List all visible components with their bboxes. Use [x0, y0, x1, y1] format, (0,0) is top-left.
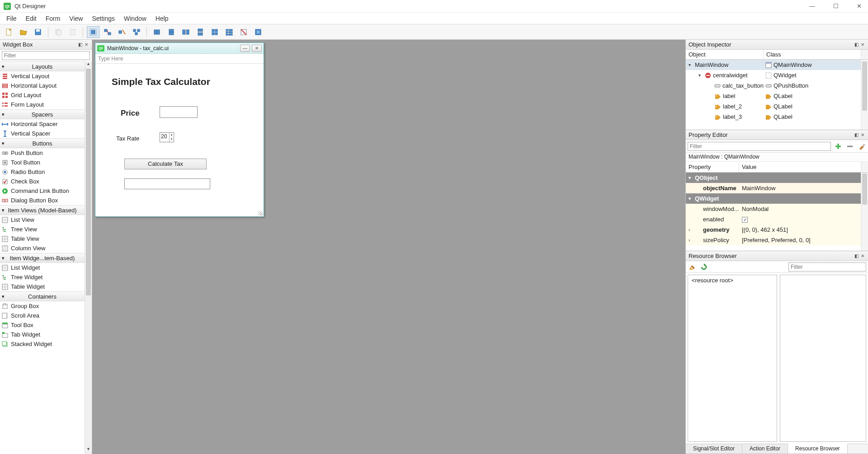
property-row[interactable]: enabled✓ [686, 214, 868, 225]
oi-row[interactable]: ▾MainWindowQMainWindow [686, 60, 868, 70]
widget-item[interactable]: Table Widget [0, 282, 85, 291]
pe-col-property[interactable]: Property [686, 162, 739, 172]
property-editor-filter[interactable] [688, 142, 831, 151]
form-heading-label[interactable]: Simple Tax Calculator [112, 76, 210, 87]
dock-tab[interactable]: Resource Browser [788, 444, 848, 454]
pe-scrollbar[interactable] [861, 173, 868, 251]
form-menubar[interactable]: Type Here [95, 54, 264, 64]
tool-edit-signals[interactable] [101, 26, 114, 38]
resource-browser-filter[interactable] [788, 262, 866, 271]
object-inspector-tree[interactable]: ▾MainWindowQMainWindow▾centralwidgetQWid… [686, 60, 868, 130]
tool-layout-vsplit[interactable] [194, 26, 207, 38]
maximize-button[interactable]: ☐ [830, 3, 841, 9]
menu-form[interactable]: Form [41, 14, 65, 23]
tool-edit-taborder[interactable] [130, 26, 143, 38]
tool-new[interactable] [3, 26, 15, 38]
close-button[interactable]: ✕ [854, 3, 864, 9]
tool-layout-grid[interactable] [208, 26, 221, 38]
property-config-button[interactable] [857, 142, 866, 151]
widget-item[interactable]: Stacked Widget [0, 339, 85, 349]
resource-root-label[interactable]: <resource root> [692, 277, 733, 284]
widget-item[interactable]: Tab Widget [0, 330, 85, 339]
widget-item[interactable]: Column View [0, 243, 85, 253]
property-row[interactable]: objectNameMainWindow [686, 183, 868, 193]
widget-item[interactable]: Tool Button [0, 158, 85, 167]
widget-box-list[interactable]: ▾LayoutsVertical LayoutHorizontal Layout… [0, 61, 85, 454]
dock-close-icon[interactable]: ✕ [84, 42, 89, 47]
tool-adjust-size[interactable] [252, 26, 264, 38]
widget-item[interactable]: Vertical Layout [0, 71, 85, 81]
menu-edit[interactable]: Edit [21, 14, 41, 23]
dock-float-icon[interactable]: ◧ [854, 42, 859, 47]
widget-item[interactable]: Horizontal Spacer [0, 119, 85, 129]
widget-item[interactable]: Radio Button [0, 167, 85, 177]
property-remove-button[interactable] [845, 142, 854, 151]
oi-row[interactable]: label_2QLabel [686, 101, 868, 112]
property-row[interactable]: ›geometry[(0, 0), 462 x 451] [686, 225, 868, 235]
widget-category[interactable]: ▾Containers [0, 291, 85, 301]
property-group[interactable]: ▾QObject [686, 173, 868, 183]
widget-item[interactable]: Tool Box [0, 320, 85, 330]
widget-category[interactable]: ▾Spacers [0, 109, 85, 119]
property-row[interactable]: windowMod...NonModal [686, 204, 868, 214]
oi-row[interactable]: calc_tax_buttonQPushButton [686, 80, 868, 91]
tool-break-layout[interactable] [237, 26, 250, 38]
resource-reload-button[interactable] [699, 262, 708, 271]
form-window[interactable]: Qt MainWindow - tax_calc.ui ― ✕ Type Her… [95, 42, 264, 217]
tool-layout-form[interactable] [223, 26, 236, 38]
resource-tree[interactable]: <resource root> [688, 275, 777, 442]
form-calculate-button[interactable]: Calculate Tax [124, 159, 207, 169]
tool-copy[interactable] [52, 26, 65, 38]
form-taxrate-spinbox[interactable]: 20 ▲▼ [160, 132, 174, 142]
tool-open[interactable] [17, 26, 30, 38]
menu-window[interactable]: Window [119, 14, 151, 23]
widget-category[interactable]: ▾Item Widge...tem-Based) [0, 253, 85, 263]
resource-preview[interactable] [780, 275, 866, 442]
form-price-label[interactable]: Price [121, 109, 140, 118]
tool-edit-widgets[interactable] [87, 26, 99, 38]
design-canvas[interactable]: Qt MainWindow - tax_calc.ui ― ✕ Type Her… [92, 40, 685, 454]
property-row[interactable]: ›sizePolicy[Preferred, Preferred, 0, 0] [686, 235, 868, 245]
dock-float-icon[interactable]: ◧ [77, 42, 83, 47]
widget-box-scrollbar[interactable]: ▲▼ [85, 61, 92, 454]
menu-settings[interactable]: Settings [87, 14, 119, 23]
widget-item[interactable]: List Widget [0, 263, 85, 272]
widget-item[interactable]: List View [0, 215, 85, 225]
dock-tab[interactable]: Signal/Slot Editor [686, 444, 742, 454]
oi-row[interactable]: label_3QLabel [686, 112, 868, 122]
oi-row[interactable]: labelQLabel [686, 91, 868, 101]
form-menu-placeholder[interactable]: Type Here [98, 56, 123, 62]
tool-paste[interactable] [66, 26, 79, 38]
widget-item[interactable]: Tree Widget [0, 272, 85, 282]
tool-layout-hsplit[interactable] [179, 26, 192, 38]
oi-col-object[interactable]: Object [686, 50, 764, 59]
property-group[interactable]: ▾QWidget [686, 193, 868, 204]
widget-category[interactable]: ▾Layouts [0, 61, 85, 71]
pe-col-value[interactable]: Value [739, 162, 861, 172]
form-price-input[interactable] [160, 106, 198, 118]
dock-close-icon[interactable]: ✕ [860, 132, 865, 137]
tool-layout-h[interactable] [151, 26, 163, 38]
resource-edit-button[interactable] [688, 262, 697, 271]
widget-item[interactable]: Group Box [0, 301, 85, 311]
form-output-field[interactable] [124, 178, 210, 189]
widget-box-filter[interactable] [2, 51, 90, 60]
minimize-button[interactable]: ― [807, 3, 818, 9]
dock-close-icon[interactable]: ✕ [860, 42, 865, 47]
widget-item[interactable]: Check Box [0, 177, 85, 186]
widget-item[interactable]: Vertical Spacer [0, 129, 85, 138]
form-minimize-button[interactable]: ― [240, 45, 250, 52]
form-titlebar[interactable]: Qt MainWindow - tax_calc.ui ― ✕ [95, 43, 264, 54]
form-size-grip[interactable] [258, 211, 263, 215]
widget-item[interactable]: Command Link Button [0, 186, 85, 196]
widget-category[interactable]: ▾Item Views (Model-Based) [0, 205, 85, 215]
form-taxrate-value[interactable]: 20 [160, 133, 169, 142]
menu-file[interactable]: File [2, 14, 21, 23]
menu-view[interactable]: View [65, 14, 87, 23]
dock-tab[interactable]: Action Editor [742, 444, 788, 454]
tool-save[interactable] [32, 26, 44, 38]
form-taxrate-label[interactable]: Tax Rate [116, 135, 139, 142]
widget-item[interactable]: Horizontal Layout [0, 81, 85, 90]
oi-scrollbar[interactable] [861, 60, 868, 130]
widget-category[interactable]: ▾Buttons [0, 138, 85, 148]
